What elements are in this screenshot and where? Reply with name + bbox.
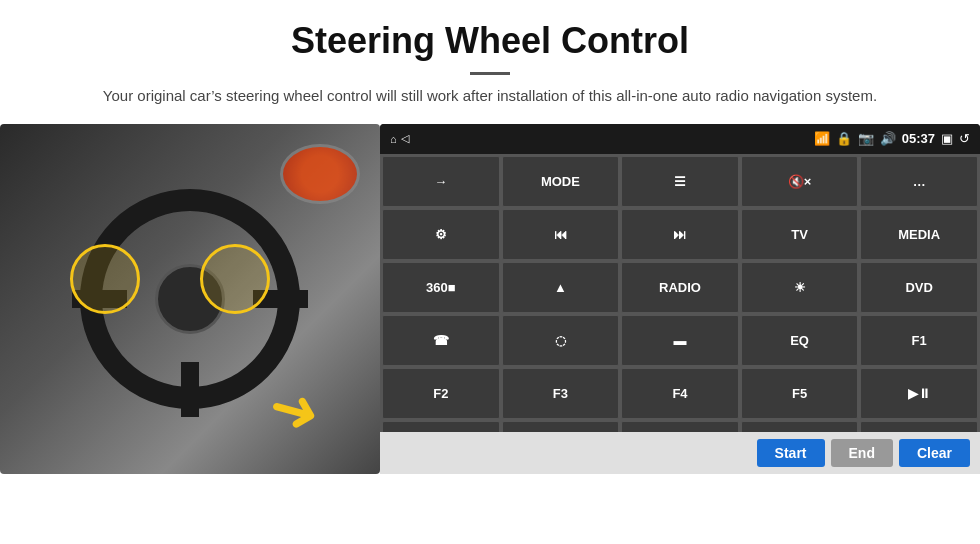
- btn-r5-c5[interactable]: ▶⏸: [860, 368, 978, 419]
- content-area: ➜ ⌂ ◁ 📶 🔒 📷 🔊 05:37 ▣ ↺: [0, 124, 980, 474]
- btn-r1-c5[interactable]: …: [860, 156, 978, 207]
- btn-r2-c5[interactable]: MEDIA: [860, 209, 978, 260]
- btn-r3-c4[interactable]: ☀: [741, 262, 859, 313]
- subtitle: Your original car’s steering wheel contr…: [0, 85, 980, 108]
- car-image: ➜: [0, 124, 380, 474]
- btn-r3-c2[interactable]: ▲: [502, 262, 620, 313]
- dashboard-indicator: [280, 144, 360, 204]
- btn-r4-c1[interactable]: ☎: [382, 315, 500, 366]
- status-time: 05:37: [902, 131, 935, 146]
- steering-wheel-bg: ➜: [0, 124, 380, 474]
- home-icon[interactable]: ⌂: [390, 133, 397, 145]
- btn-r2-c4[interactable]: TV: [741, 209, 859, 260]
- spoke-bottom: [181, 362, 199, 417]
- back-icon[interactable]: ↺: [959, 131, 970, 146]
- btn-r5-c4[interactable]: F5: [741, 368, 859, 419]
- btn-r1-c3[interactable]: ☰: [621, 156, 739, 207]
- page-title: Steering Wheel Control: [0, 0, 980, 62]
- btn-r3-c3[interactable]: RADIO: [621, 262, 739, 313]
- title-divider: [470, 72, 510, 75]
- screen-icon: ▣: [941, 131, 953, 146]
- lock-icon: 🔒: [836, 131, 852, 146]
- tablet-panel: ⌂ ◁ 📶 🔒 📷 🔊 05:37 ▣ ↺ →MODE☰🔇×…⚙⏮⏭TVMEDI…: [380, 124, 980, 474]
- btn-r4-c3[interactable]: ▬: [621, 315, 739, 366]
- btn-r4-c2[interactable]: ◌: [502, 315, 620, 366]
- btn-r1-c2[interactable]: MODE: [502, 156, 620, 207]
- btn-r1-c1[interactable]: →: [382, 156, 500, 207]
- btn-r5-c2[interactable]: F3: [502, 368, 620, 419]
- status-bar-right: 📶 🔒 📷 🔊 05:37 ▣ ↺: [814, 131, 970, 146]
- btn-r5-c3[interactable]: F4: [621, 368, 739, 419]
- end-button[interactable]: End: [831, 439, 893, 467]
- tablet-panel-wrapper: ⌂ ◁ 📶 🔒 📷 🔊 05:37 ▣ ↺ →MODE☰🔇×…⚙⏮⏭TVMEDI…: [380, 124, 980, 474]
- bottom-toolbar: Start End Clear: [380, 432, 980, 474]
- highlight-circle-right: [200, 244, 270, 314]
- btn-r2-c3[interactable]: ⏭: [621, 209, 739, 260]
- btn-r3-c5[interactable]: DVD: [860, 262, 978, 313]
- btn-r3-c1[interactable]: 360■: [382, 262, 500, 313]
- yellow-arrow: ➜: [262, 368, 328, 449]
- btn-r2-c2[interactable]: ⏮: [502, 209, 620, 260]
- btn-r4-c5[interactable]: F1: [860, 315, 978, 366]
- nav-icon[interactable]: ◁: [401, 132, 409, 145]
- status-bar: ⌂ ◁ 📶 🔒 📷 🔊 05:37 ▣ ↺: [380, 124, 980, 154]
- btn-r5-c1[interactable]: F2: [382, 368, 500, 419]
- btn-r2-c1[interactable]: ⚙: [382, 209, 500, 260]
- sd-icon: 📷: [858, 131, 874, 146]
- highlight-circle-left: [70, 244, 140, 314]
- btn-r1-c4[interactable]: 🔇×: [741, 156, 859, 207]
- clear-button[interactable]: Clear: [899, 439, 970, 467]
- buttons-grid: →MODE☰🔇×…⚙⏮⏭TVMEDIA360■▲RADIO☀DVD☎◌▬EQF1…: [380, 154, 980, 474]
- wifi-icon: 📶: [814, 131, 830, 146]
- start-button[interactable]: Start: [757, 439, 825, 467]
- btn-r4-c4[interactable]: EQ: [741, 315, 859, 366]
- status-bar-left: ⌂ ◁: [390, 132, 409, 145]
- bt-icon: 🔊: [880, 131, 896, 146]
